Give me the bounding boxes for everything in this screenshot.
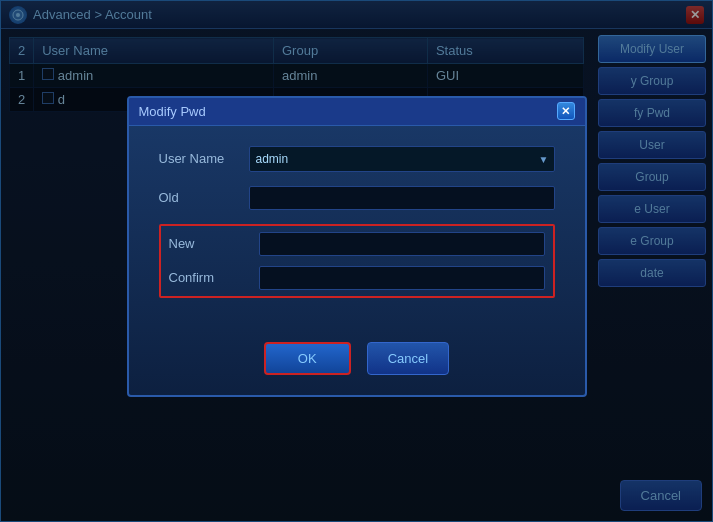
modal-dialog: Modify Pwd ✕ User Name admin ▼ [127,96,587,397]
old-label: Old [159,190,249,205]
cancel-button[interactable]: Cancel [367,342,449,375]
confirm-row: Confirm [161,266,553,290]
old-row: Old [159,186,555,210]
modal-title-bar: Modify Pwd ✕ [129,98,585,126]
new-label: New [169,236,259,251]
modal-overlay: Modify Pwd ✕ User Name admin ▼ [1,1,712,521]
main-window: Advanced > Account ✕ 2 User Name Group S… [0,0,713,522]
new-confirm-highlight-box: New Confirm [159,224,555,298]
modal-title: Modify Pwd [139,104,206,119]
modal-body: User Name admin ▼ Old New [129,126,585,332]
confirm-password-input[interactable] [259,266,545,290]
username-label: User Name [159,151,249,166]
modal-footer: OK Cancel [129,332,585,395]
confirm-label: Confirm [169,270,259,285]
old-password-input[interactable] [249,186,555,210]
ok-button[interactable]: OK [264,342,351,375]
username-select-wrapper: admin ▼ [249,146,555,172]
username-row: User Name admin ▼ [159,146,555,172]
username-select[interactable]: admin [249,146,555,172]
modal-close-button[interactable]: ✕ [557,102,575,120]
new-password-input[interactable] [259,232,545,256]
new-row: New [161,232,553,256]
